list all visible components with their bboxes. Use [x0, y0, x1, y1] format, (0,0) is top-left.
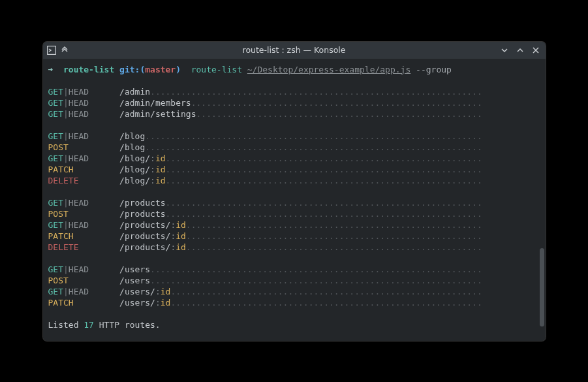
prompt-arrow: ➜ [48, 65, 59, 74]
keep-above-icon[interactable] [60, 46, 69, 55]
command-path: ~/Desktop/express-example/app.js [247, 65, 410, 74]
close-icon[interactable] [531, 46, 540, 55]
git-close-paren: ) [176, 65, 181, 74]
git-label: git: [119, 65, 140, 74]
prompt-cwd: route-list [63, 65, 114, 74]
command-flag: --group [416, 65, 452, 74]
minimize-icon[interactable] [500, 46, 509, 55]
prompt-icon [47, 46, 56, 55]
konsole-window: route-list : zsh — Konsole ➜ route-list … [43, 42, 546, 341]
git-branch: master [145, 65, 176, 74]
window-title: route-list : zsh — Konsole [43, 45, 546, 55]
titlebar: route-list : zsh — Konsole [43, 42, 546, 59]
prompt-line: ➜ route-list git:(master) route-list ~/D… [48, 64, 540, 75]
terminal-area[interactable]: ➜ route-list git:(master) route-list ~/D… [43, 59, 546, 341]
route-list-output: GET|HEAD /admin.........................… [48, 75, 540, 330]
scrollbar-thumb[interactable] [540, 248, 544, 326]
command-name: route-list [191, 65, 242, 74]
maximize-icon[interactable] [516, 46, 525, 55]
